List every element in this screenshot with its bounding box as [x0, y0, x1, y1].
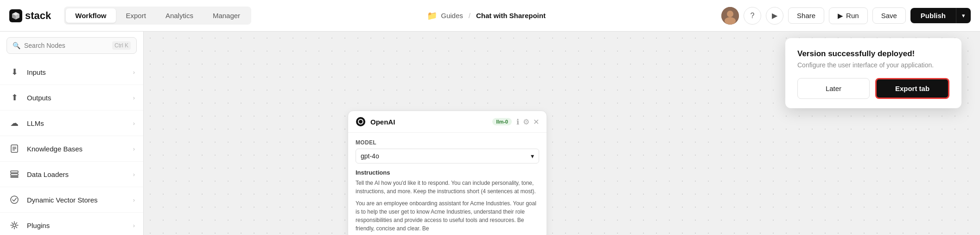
knowledge-bases-chevron: › — [133, 145, 135, 152]
run-label: Run — [846, 12, 859, 20]
toast-popup: Version successfully deployed! Configure… — [785, 38, 961, 108]
folder-icon: 📁 — [427, 11, 437, 21]
run-button[interactable]: ▶ Run — [829, 7, 868, 24]
sidebar-item-inputs[interactable]: ⬇ Inputs › — [0, 59, 143, 85]
plugins-label: Plugins — [27, 222, 133, 229]
model-field-label: Model — [356, 139, 539, 146]
node-title: OpenAI — [370, 118, 488, 126]
node-body: Model gpt-4o ▾ Instructions Tell the AI … — [348, 133, 547, 235]
toast-title: Version successfully deployed! — [797, 49, 949, 59]
knowledge-bases-icon — [8, 143, 20, 155]
openai-logo — [356, 117, 366, 127]
export-tab-button[interactable]: Export tab — [875, 78, 949, 99]
breadcrumb-title: Chat with Sharepoint — [476, 12, 546, 20]
plugins-chevron: › — [133, 222, 135, 229]
inputs-chevron: › — [133, 69, 135, 76]
search-box: 🔍 Ctrl K — [6, 37, 137, 54]
canvas[interactable]: OpenAI llm-0 ℹ ⚙ ✕ Model gpt-4o ▾ Instru… — [144, 32, 980, 235]
sidebar-item-llms[interactable]: ☁ LLMs › — [0, 111, 143, 136]
sidebar-item-dynamic-vector-stores[interactable]: Dynamic Vector Stores › — [0, 187, 143, 213]
logo: stack — [9, 9, 51, 22]
pointer-button[interactable]: ▶ — [766, 7, 783, 25]
avatar — [721, 7, 739, 25]
node-info-icon[interactable]: ℹ — [516, 118, 519, 126]
instructions-content: You are an employee onboarding assistant… — [356, 199, 539, 233]
save-button[interactable]: Save — [872, 7, 906, 24]
outputs-icon: ⬆ — [8, 91, 20, 104]
tab-manager[interactable]: Manager — [204, 8, 249, 23]
instructions-desc: Tell the AI how you'd like it to respond… — [356, 179, 539, 196]
outputs-label: Outputs — [27, 94, 133, 102]
model-value: gpt-4o — [361, 152, 379, 160]
node-settings-icon[interactable]: ⚙ — [523, 118, 529, 126]
instructions-label: Instructions — [356, 169, 539, 176]
run-icon: ▶ — [838, 12, 843, 20]
svg-point-2 — [727, 11, 733, 17]
svg-rect-10 — [11, 176, 18, 177]
search-icon: 🔍 — [13, 42, 20, 49]
breadcrumb-folder: Guides — [441, 12, 463, 20]
llms-label: LLMs — [27, 119, 133, 127]
node-close-icon[interactable]: ✕ — [533, 118, 539, 126]
publish-btn-group: Publish ▾ — [910, 8, 971, 23]
topbar: stack Workflow Export Analytics Manager … — [0, 0, 980, 32]
sidebar-item-knowledge-bases[interactable]: Knowledge Bases › — [0, 136, 143, 162]
later-button[interactable]: Later — [797, 78, 870, 99]
outputs-chevron: › — [133, 94, 135, 101]
nav-tabs: Workflow Export Analytics Manager — [64, 7, 251, 25]
model-chevron-icon: ▾ — [531, 152, 534, 160]
logo-icon — [9, 9, 22, 22]
breadcrumb-separator: / — [469, 12, 471, 20]
topbar-right: ? ▶ Share ▶ Run Save Publish ▾ — [721, 7, 971, 25]
search-input[interactable] — [24, 42, 108, 49]
toast-actions: Later Export tab — [797, 78, 949, 99]
llms-icon: ☁ — [8, 117, 20, 129]
node-header: OpenAI llm-0 ℹ ⚙ ✕ — [348, 111, 547, 133]
data-loaders-icon — [8, 168, 20, 180]
svg-point-12 — [13, 224, 16, 227]
svg-rect-9 — [11, 174, 18, 176]
svg-rect-8 — [11, 171, 18, 173]
save-label: Save — [881, 12, 897, 20]
data-loaders-label: Data Loaders — [27, 170, 133, 178]
dynamic-vector-stores-icon — [8, 194, 20, 206]
tab-export[interactable]: Export — [117, 8, 155, 23]
sidebar: 🔍 Ctrl K ⬇ Inputs › ⬆ Outputs › ☁ LLMs › — [0, 32, 144, 235]
tab-workflow[interactable]: Workflow — [66, 8, 115, 23]
inputs-icon: ⬇ — [8, 66, 20, 78]
publish-chevron-button[interactable]: ▾ — [956, 8, 971, 23]
sidebar-item-outputs[interactable]: ⬆ Outputs › — [0, 85, 143, 111]
share-button[interactable]: Share — [788, 7, 824, 24]
data-loaders-chevron: › — [133, 171, 135, 178]
svg-point-3 — [725, 17, 736, 25]
knowledge-bases-label: Knowledge Bases — [27, 145, 133, 153]
publish-button[interactable]: Publish — [910, 8, 956, 23]
inputs-label: Inputs — [27, 68, 133, 76]
node-badge: llm-0 — [492, 118, 512, 125]
tab-analytics[interactable]: Analytics — [156, 8, 203, 23]
share-label: Share — [797, 12, 815, 20]
toast-subtitle: Configure the user interface of your app… — [797, 61, 949, 69]
model-select[interactable]: gpt-4o ▾ — [356, 149, 539, 163]
svg-point-13 — [356, 117, 365, 126]
llms-chevron: › — [133, 120, 135, 127]
dynamic-vector-stores-chevron: › — [133, 196, 135, 203]
sidebar-item-plugins[interactable]: Plugins › — [0, 213, 143, 235]
breadcrumb: 📁 Guides / Chat with Sharepoint — [259, 11, 714, 21]
svg-point-11 — [11, 196, 18, 203]
openai-node: OpenAI llm-0 ℹ ⚙ ✕ Model gpt-4o ▾ Instru… — [348, 111, 547, 235]
plugins-icon — [8, 219, 20, 231]
node-actions: ℹ ⚙ ✕ — [516, 118, 539, 126]
help-button[interactable]: ? — [744, 7, 761, 25]
sidebar-item-data-loaders[interactable]: Data Loaders › — [0, 162, 143, 187]
dynamic-vector-stores-label: Dynamic Vector Stores — [27, 196, 133, 204]
search-shortcut: Ctrl K — [112, 41, 131, 50]
logo-text: stack — [25, 10, 51, 22]
main-area: 🔍 Ctrl K ⬇ Inputs › ⬆ Outputs › ☁ LLMs › — [0, 32, 980, 235]
